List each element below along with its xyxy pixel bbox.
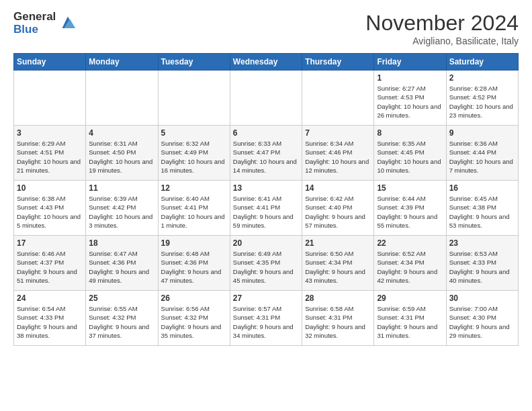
- calendar-cell: 2Sunrise: 6:28 AM Sunset: 4:52 PM Daylig…: [446, 71, 518, 126]
- day-info: Sunrise: 6:56 AM Sunset: 4:32 PM Dayligh…: [161, 304, 227, 340]
- day-info: Sunrise: 6:28 AM Sunset: 4:52 PM Dayligh…: [449, 84, 515, 120]
- day-number: 26: [161, 293, 227, 303]
- day-number: 27: [233, 293, 299, 303]
- day-info: Sunrise: 6:53 AM Sunset: 4:33 PM Dayligh…: [449, 249, 515, 285]
- day-info: Sunrise: 6:27 AM Sunset: 4:53 PM Dayligh…: [377, 84, 443, 120]
- day-number: 11: [89, 183, 154, 193]
- calendar-cell: 13Sunrise: 6:41 AM Sunset: 4:41 PM Dayli…: [230, 181, 302, 236]
- week-row-1: 1Sunrise: 6:27 AM Sunset: 4:53 PM Daylig…: [14, 71, 519, 126]
- day-info: Sunrise: 6:29 AM Sunset: 4:51 PM Dayligh…: [17, 139, 83, 175]
- day-number: 16: [449, 183, 515, 193]
- day-info: Sunrise: 6:50 AM Sunset: 4:34 PM Dayligh…: [305, 249, 371, 285]
- day-info: Sunrise: 6:42 AM Sunset: 4:40 PM Dayligh…: [305, 194, 371, 230]
- calendar-cell: 26Sunrise: 6:56 AM Sunset: 4:32 PM Dayli…: [158, 291, 230, 346]
- day-info: Sunrise: 6:59 AM Sunset: 4:31 PM Dayligh…: [377, 304, 443, 340]
- day-info: Sunrise: 6:44 AM Sunset: 4:39 PM Dayligh…: [377, 194, 443, 230]
- day-info: Sunrise: 6:52 AM Sunset: 4:34 PM Dayligh…: [377, 249, 443, 285]
- header: General Blue November 2024 Avigliano, Ba…: [13, 11, 519, 46]
- day-info: Sunrise: 7:00 AM Sunset: 4:30 PM Dayligh…: [449, 304, 515, 340]
- calendar-cell: 17Sunrise: 6:46 AM Sunset: 4:37 PM Dayli…: [14, 236, 86, 291]
- day-info: Sunrise: 6:36 AM Sunset: 4:44 PM Dayligh…: [449, 139, 515, 175]
- day-number: 10: [17, 183, 83, 193]
- logo-blue: Blue: [13, 24, 56, 36]
- day-info: Sunrise: 6:32 AM Sunset: 4:49 PM Dayligh…: [161, 139, 227, 175]
- day-number: 14: [305, 183, 371, 193]
- day-info: Sunrise: 6:31 AM Sunset: 4:50 PM Dayligh…: [89, 139, 154, 175]
- calendar-cell: 29Sunrise: 6:59 AM Sunset: 4:31 PM Dayli…: [374, 291, 446, 346]
- calendar-cell: 16Sunrise: 6:45 AM Sunset: 4:38 PM Dayli…: [446, 181, 518, 236]
- day-info: Sunrise: 6:54 AM Sunset: 4:33 PM Dayligh…: [17, 304, 83, 340]
- day-number: 17: [17, 238, 83, 248]
- weekday-header-sunday: Sunday: [14, 54, 86, 71]
- day-number: 2: [449, 73, 515, 83]
- day-info: Sunrise: 6:48 AM Sunset: 4:36 PM Dayligh…: [161, 249, 227, 285]
- calendar-cell: 14Sunrise: 6:42 AM Sunset: 4:40 PM Dayli…: [302, 181, 374, 236]
- day-number: 1: [377, 73, 443, 83]
- calendar-cell: 7Sunrise: 6:34 AM Sunset: 4:46 PM Daylig…: [302, 126, 374, 181]
- calendar-cell: 15Sunrise: 6:44 AM Sunset: 4:39 PM Dayli…: [374, 181, 446, 236]
- weekday-header-thursday: Thursday: [302, 54, 374, 71]
- day-number: 20: [233, 238, 299, 248]
- title-block: November 2024 Avigliano, Basilicate, Ita…: [365, 11, 519, 46]
- calendar-cell: 10Sunrise: 6:38 AM Sunset: 4:43 PM Dayli…: [14, 181, 86, 236]
- day-number: 12: [161, 183, 227, 193]
- day-number: 3: [17, 128, 83, 138]
- day-info: Sunrise: 6:35 AM Sunset: 4:45 PM Dayligh…: [377, 139, 443, 175]
- day-info: Sunrise: 6:38 AM Sunset: 4:43 PM Dayligh…: [17, 194, 83, 230]
- day-number: 25: [89, 293, 154, 303]
- day-number: 22: [377, 238, 443, 248]
- day-info: Sunrise: 6:49 AM Sunset: 4:35 PM Dayligh…: [233, 249, 299, 285]
- day-number: 7: [305, 128, 371, 138]
- day-number: 30: [449, 293, 515, 303]
- day-info: Sunrise: 6:45 AM Sunset: 4:38 PM Dayligh…: [449, 194, 515, 230]
- weekday-header-monday: Monday: [86, 54, 158, 71]
- day-number: 29: [377, 293, 443, 303]
- day-number: 21: [305, 238, 371, 248]
- calendar-cell: [158, 71, 230, 126]
- logo-general: General: [13, 11, 56, 24]
- day-number: 23: [449, 238, 515, 248]
- day-number: 24: [17, 293, 83, 303]
- day-number: 6: [233, 128, 299, 138]
- day-info: Sunrise: 6:41 AM Sunset: 4:41 PM Dayligh…: [233, 194, 299, 230]
- weekday-header-wednesday: Wednesday: [230, 54, 302, 71]
- calendar-cell: 22Sunrise: 6:52 AM Sunset: 4:34 PM Dayli…: [374, 236, 446, 291]
- calendar-table: SundayMondayTuesdayWednesdayThursdayFrid…: [13, 53, 519, 346]
- day-number: 4: [89, 128, 154, 138]
- calendar-cell: 1Sunrise: 6:27 AM Sunset: 4:53 PM Daylig…: [374, 71, 446, 126]
- logo: General Blue: [13, 11, 77, 36]
- logo-icon: [58, 14, 77, 33]
- day-number: 18: [89, 238, 154, 248]
- day-number: 9: [449, 128, 515, 138]
- weekday-header-saturday: Saturday: [446, 54, 518, 71]
- day-number: 8: [377, 128, 443, 138]
- page: General Blue November 2024 Avigliano, Ba…: [0, 0, 532, 353]
- calendar-cell: 18Sunrise: 6:47 AM Sunset: 4:36 PM Dayli…: [86, 236, 158, 291]
- calendar-cell: [14, 71, 86, 126]
- day-info: Sunrise: 6:47 AM Sunset: 4:36 PM Dayligh…: [89, 249, 154, 285]
- day-info: Sunrise: 6:58 AM Sunset: 4:31 PM Dayligh…: [305, 304, 371, 340]
- location: Avigliano, Basilicate, Italy: [365, 36, 519, 46]
- day-info: Sunrise: 6:55 AM Sunset: 4:32 PM Dayligh…: [89, 304, 154, 340]
- calendar-cell: 25Sunrise: 6:55 AM Sunset: 4:32 PM Dayli…: [86, 291, 158, 346]
- day-number: 5: [161, 128, 227, 138]
- week-row-2: 3Sunrise: 6:29 AM Sunset: 4:51 PM Daylig…: [14, 126, 519, 181]
- day-info: Sunrise: 6:57 AM Sunset: 4:31 PM Dayligh…: [233, 304, 299, 340]
- calendar-cell: [86, 71, 158, 126]
- calendar-cell: 20Sunrise: 6:49 AM Sunset: 4:35 PM Dayli…: [230, 236, 302, 291]
- weekday-header-friday: Friday: [374, 54, 446, 71]
- calendar-cell: 12Sunrise: 6:40 AM Sunset: 4:41 PM Dayli…: [158, 181, 230, 236]
- calendar-cell: 11Sunrise: 6:39 AM Sunset: 4:42 PM Dayli…: [86, 181, 158, 236]
- calendar-cell: 3Sunrise: 6:29 AM Sunset: 4:51 PM Daylig…: [14, 126, 86, 181]
- day-number: 28: [305, 293, 371, 303]
- week-row-5: 24Sunrise: 6:54 AM Sunset: 4:33 PM Dayli…: [14, 291, 519, 346]
- calendar-cell: 8Sunrise: 6:35 AM Sunset: 4:45 PM Daylig…: [374, 126, 446, 181]
- calendar-cell: 23Sunrise: 6:53 AM Sunset: 4:33 PM Dayli…: [446, 236, 518, 291]
- day-info: Sunrise: 6:40 AM Sunset: 4:41 PM Dayligh…: [161, 194, 227, 230]
- calendar-cell: 28Sunrise: 6:58 AM Sunset: 4:31 PM Dayli…: [302, 291, 374, 346]
- calendar-cell: 5Sunrise: 6:32 AM Sunset: 4:49 PM Daylig…: [158, 126, 230, 181]
- weekday-header-row: SundayMondayTuesdayWednesdayThursdayFrid…: [14, 54, 519, 71]
- calendar-cell: 24Sunrise: 6:54 AM Sunset: 4:33 PM Dayli…: [14, 291, 86, 346]
- calendar-cell: [302, 71, 374, 126]
- calendar-cell: 27Sunrise: 6:57 AM Sunset: 4:31 PM Dayli…: [230, 291, 302, 346]
